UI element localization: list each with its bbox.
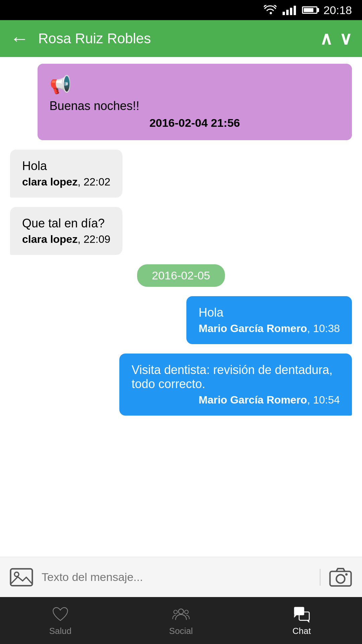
message-outgoing-2: Visita dentista: revisión de dentadura, … [119,354,352,416]
gallery-button[interactable] [8,564,35,591]
wifi-icon [264,5,277,15]
nav-down-button[interactable]: ∨ [339,30,352,47]
battery-icon [302,6,317,14]
msg-text: Hola [198,306,340,320]
camera-icon [329,566,352,589]
message-input[interactable] [42,571,313,584]
msg-text: Hola [22,159,110,173]
nav-up-button[interactable]: ∧ [320,30,333,47]
nav-item-social[interactable]: Social [121,597,241,644]
nav-label-social: Social [169,626,193,636]
msg-meta: Mario García Romero, 10:54 [131,394,340,406]
nav-item-salud[interactable]: Salud [0,597,121,644]
msg-meta: clara lopez, 22:02 [22,176,110,188]
svg-marker-9 [294,615,297,618]
message-outgoing-1: Hola Mario García Romero, 10:38 [186,296,352,344]
date-separator: 2016-02-05 [137,264,225,287]
signal-icon [283,5,296,15]
svg-rect-0 [11,569,33,585]
status-bar: 20:18 [0,0,362,20]
gallery-icon [9,565,34,589]
broadcast-text: Buenas noches!! [50,99,340,113]
svg-point-3 [336,575,345,583]
chat-area: 📢 Buenas noches!! 2016-02-04 21:56 Hola … [0,57,362,557]
broadcast-message: 📢 Buenas noches!! 2016-02-04 21:56 [38,64,352,140]
svg-point-5 [178,609,183,614]
svg-point-7 [185,610,188,614]
svg-point-6 [174,610,177,614]
msg-meta: clara lopez, 22:09 [22,233,110,245]
msg-meta: Mario García Romero, 10:38 [198,322,340,335]
input-bar [0,557,362,597]
nav-label-chat: Chat [293,626,311,636]
social-icon [172,605,190,623]
chat-icon [293,605,311,623]
status-time: 20:18 [323,4,352,17]
message-incoming-1: Hola clara lopez, 22:02 [10,150,122,198]
broadcast-meta: 2016-02-04 21:56 [50,116,340,129]
bottom-nav: Salud Social Chat [0,597,362,644]
msg-text: Que tal en día? [22,216,110,230]
nav-buttons: ∧ ∨ [320,30,352,47]
back-button[interactable]: ← [10,29,29,48]
broadcast-icon: 📢 [50,74,340,95]
message-incoming-2: Que tal en día? clara lopez, 22:09 [10,207,122,255]
msg-text: Visita dentista: revisión de dentadura, … [131,363,340,391]
nav-item-chat[interactable]: Chat [241,597,362,644]
svg-point-4 [345,573,348,576]
toolbar: ← Rosa Ruiz Robles ∧ ∨ [0,20,362,57]
camera-button[interactable] [327,564,354,591]
heart-icon [51,605,69,623]
svg-point-1 [14,572,19,576]
page-title: Rosa Ruiz Robles [38,31,320,47]
send-divider [320,569,320,586]
nav-label-salud: Salud [49,626,72,636]
